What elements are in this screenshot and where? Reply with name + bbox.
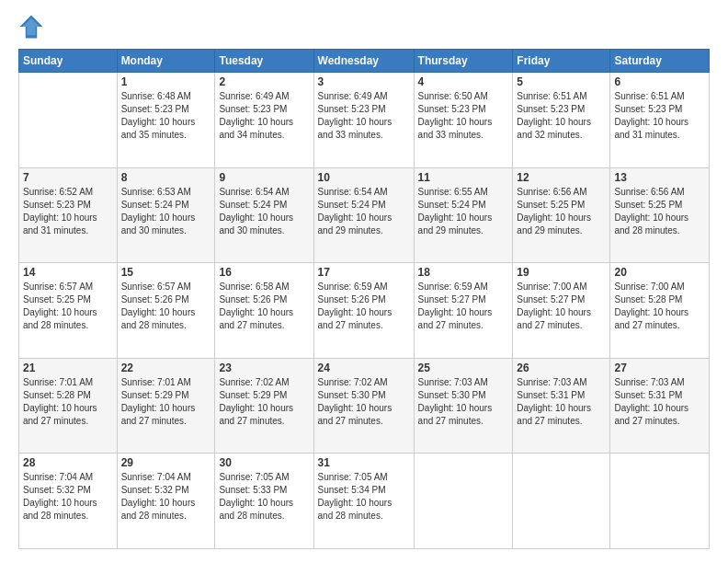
day-info: Sunrise: 7:00 AM Sunset: 5:27 PM Dayligh… xyxy=(517,281,606,332)
weekday-header: Friday xyxy=(513,50,610,73)
day-info: Sunrise: 6:53 AM Sunset: 5:24 PM Dayligh… xyxy=(121,186,211,237)
day-number: 3 xyxy=(318,75,410,88)
day-number: 5 xyxy=(517,75,606,88)
day-info: Sunrise: 7:04 AM Sunset: 5:32 PM Dayligh… xyxy=(121,471,211,523)
calendar-table: SundayMondayTuesdayWednesdayThursdayFrid… xyxy=(18,49,710,549)
calendar-cell: 14Sunrise: 6:57 AM Sunset: 5:25 PM Dayli… xyxy=(19,263,118,359)
day-number: 25 xyxy=(418,362,509,374)
day-info: Sunrise: 6:59 AM Sunset: 5:27 PM Dayligh… xyxy=(418,281,509,332)
calendar-cell: 13Sunrise: 6:56 AM Sunset: 5:25 PM Dayli… xyxy=(610,167,710,263)
day-info: Sunrise: 7:05 AM Sunset: 5:34 PM Dayligh… xyxy=(318,471,410,523)
calendar-cell: 29Sunrise: 7:04 AM Sunset: 5:32 PM Dayli… xyxy=(117,454,215,549)
calendar-cell: 8Sunrise: 6:53 AM Sunset: 5:24 PM Daylig… xyxy=(117,167,215,263)
calendar-cell: 26Sunrise: 7:03 AM Sunset: 5:31 PM Dayli… xyxy=(513,358,610,454)
calendar-cell: 2Sunrise: 6:49 AM Sunset: 5:23 PM Daylig… xyxy=(215,73,313,168)
calendar-cell: 25Sunrise: 7:03 AM Sunset: 5:30 PM Dayli… xyxy=(414,358,513,454)
day-info: Sunrise: 7:03 AM Sunset: 5:30 PM Dayligh… xyxy=(418,376,509,428)
calendar-week-row: 7Sunrise: 6:52 AM Sunset: 5:23 PM Daylig… xyxy=(19,167,710,263)
day-number: 31 xyxy=(318,456,410,469)
day-info: Sunrise: 6:57 AM Sunset: 5:25 PM Dayligh… xyxy=(23,281,113,332)
day-info: Sunrise: 6:51 AM Sunset: 5:23 PM Dayligh… xyxy=(614,90,705,142)
calendar-cell: 16Sunrise: 6:58 AM Sunset: 5:26 PM Dayli… xyxy=(215,263,313,359)
calendar-header-row: SundayMondayTuesdayWednesdayThursdayFrid… xyxy=(19,50,710,73)
weekday-header: Tuesday xyxy=(215,50,313,73)
day-number: 22 xyxy=(121,362,211,374)
calendar-cell: 22Sunrise: 7:01 AM Sunset: 5:29 PM Dayli… xyxy=(117,358,215,454)
day-number: 8 xyxy=(121,171,211,184)
calendar-week-row: 14Sunrise: 6:57 AM Sunset: 5:25 PM Dayli… xyxy=(19,263,710,359)
calendar-cell xyxy=(513,454,610,549)
day-info: Sunrise: 6:49 AM Sunset: 5:23 PM Dayligh… xyxy=(318,90,410,142)
day-info: Sunrise: 6:58 AM Sunset: 5:26 PM Dayligh… xyxy=(219,281,309,332)
calendar-cell: 12Sunrise: 6:56 AM Sunset: 5:25 PM Dayli… xyxy=(513,167,610,263)
day-info: Sunrise: 7:03 AM Sunset: 5:31 PM Dayligh… xyxy=(614,376,705,428)
day-number: 24 xyxy=(318,362,410,374)
calendar-cell: 27Sunrise: 7:03 AM Sunset: 5:31 PM Dayli… xyxy=(610,358,710,454)
calendar-cell: 4Sunrise: 6:50 AM Sunset: 5:23 PM Daylig… xyxy=(414,73,513,168)
calendar-cell: 6Sunrise: 6:51 AM Sunset: 5:23 PM Daylig… xyxy=(610,73,710,168)
day-info: Sunrise: 6:56 AM Sunset: 5:25 PM Dayligh… xyxy=(517,186,606,237)
calendar-cell: 10Sunrise: 6:54 AM Sunset: 5:24 PM Dayli… xyxy=(313,167,414,263)
day-number: 27 xyxy=(614,362,705,374)
day-info: Sunrise: 7:02 AM Sunset: 5:29 PM Dayligh… xyxy=(219,376,309,428)
day-number: 2 xyxy=(219,75,309,88)
day-number: 12 xyxy=(517,171,606,184)
calendar-cell xyxy=(610,454,710,549)
day-info: Sunrise: 6:54 AM Sunset: 5:24 PM Dayligh… xyxy=(219,186,309,237)
logo-icon xyxy=(18,14,44,40)
calendar-cell: 20Sunrise: 7:00 AM Sunset: 5:28 PM Dayli… xyxy=(610,263,710,359)
calendar-cell: 23Sunrise: 7:02 AM Sunset: 5:29 PM Dayli… xyxy=(215,358,313,454)
calendar-cell: 7Sunrise: 6:52 AM Sunset: 5:23 PM Daylig… xyxy=(19,167,118,263)
calendar-cell: 30Sunrise: 7:05 AM Sunset: 5:33 PM Dayli… xyxy=(215,454,313,549)
day-info: Sunrise: 6:50 AM Sunset: 5:23 PM Dayligh… xyxy=(418,90,509,142)
day-number: 4 xyxy=(418,75,509,88)
day-number: 9 xyxy=(219,171,309,184)
calendar-cell: 3Sunrise: 6:49 AM Sunset: 5:23 PM Daylig… xyxy=(313,73,414,168)
day-info: Sunrise: 7:00 AM Sunset: 5:28 PM Dayligh… xyxy=(614,281,705,332)
day-number: 1 xyxy=(121,75,211,88)
day-number: 7 xyxy=(23,171,113,184)
calendar-cell: 24Sunrise: 7:02 AM Sunset: 5:30 PM Dayli… xyxy=(313,358,414,454)
calendar-cell xyxy=(414,454,513,549)
day-number: 30 xyxy=(219,456,309,469)
calendar-cell: 15Sunrise: 6:57 AM Sunset: 5:26 PM Dayli… xyxy=(117,263,215,359)
weekday-header: Saturday xyxy=(610,50,710,73)
day-info: Sunrise: 6:54 AM Sunset: 5:24 PM Dayligh… xyxy=(318,186,410,237)
weekday-header: Sunday xyxy=(19,50,118,73)
day-info: Sunrise: 6:49 AM Sunset: 5:23 PM Dayligh… xyxy=(219,90,309,142)
day-number: 11 xyxy=(418,171,509,184)
calendar-week-row: 1Sunrise: 6:48 AM Sunset: 5:23 PM Daylig… xyxy=(19,73,710,168)
day-number: 15 xyxy=(121,266,211,279)
day-number: 6 xyxy=(614,75,705,88)
svg-marker-1 xyxy=(23,18,40,36)
logo xyxy=(18,14,48,40)
day-info: Sunrise: 6:55 AM Sunset: 5:24 PM Dayligh… xyxy=(418,186,509,237)
day-info: Sunrise: 6:48 AM Sunset: 5:23 PM Dayligh… xyxy=(121,90,211,142)
day-info: Sunrise: 6:52 AM Sunset: 5:23 PM Dayligh… xyxy=(23,186,113,237)
day-number: 29 xyxy=(121,456,211,469)
calendar-cell: 9Sunrise: 6:54 AM Sunset: 5:24 PM Daylig… xyxy=(215,167,313,263)
calendar-cell xyxy=(19,73,118,168)
day-number: 20 xyxy=(614,266,705,279)
calendar-week-row: 21Sunrise: 7:01 AM Sunset: 5:28 PM Dayli… xyxy=(19,358,710,454)
day-info: Sunrise: 6:51 AM Sunset: 5:23 PM Dayligh… xyxy=(517,90,606,142)
weekday-header: Wednesday xyxy=(313,50,414,73)
day-number: 23 xyxy=(219,362,309,374)
day-info: Sunrise: 7:01 AM Sunset: 5:28 PM Dayligh… xyxy=(23,376,113,428)
day-number: 18 xyxy=(418,266,509,279)
day-number: 28 xyxy=(23,456,113,469)
day-info: Sunrise: 6:57 AM Sunset: 5:26 PM Dayligh… xyxy=(121,281,211,332)
day-info: Sunrise: 6:59 AM Sunset: 5:26 PM Dayligh… xyxy=(318,281,410,332)
day-number: 16 xyxy=(219,266,309,279)
calendar-cell: 21Sunrise: 7:01 AM Sunset: 5:28 PM Dayli… xyxy=(19,358,118,454)
day-info: Sunrise: 7:02 AM Sunset: 5:30 PM Dayligh… xyxy=(318,376,410,428)
calendar-cell: 28Sunrise: 7:04 AM Sunset: 5:32 PM Dayli… xyxy=(19,454,118,549)
day-info: Sunrise: 7:04 AM Sunset: 5:32 PM Dayligh… xyxy=(23,471,113,523)
day-info: Sunrise: 7:01 AM Sunset: 5:29 PM Dayligh… xyxy=(121,376,211,428)
day-number: 19 xyxy=(517,266,606,279)
day-number: 13 xyxy=(614,171,705,184)
day-number: 14 xyxy=(23,266,113,279)
header xyxy=(18,14,710,40)
page: SundayMondayTuesdayWednesdayThursdayFrid… xyxy=(0,0,728,563)
day-number: 17 xyxy=(318,266,410,279)
